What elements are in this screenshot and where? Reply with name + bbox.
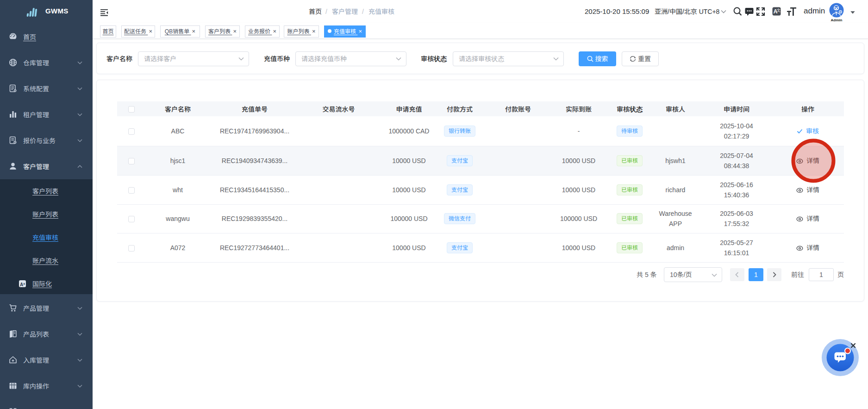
- svg-text:文: 文: [777, 7, 781, 13]
- svg-text:Admin: Admin: [831, 18, 843, 22]
